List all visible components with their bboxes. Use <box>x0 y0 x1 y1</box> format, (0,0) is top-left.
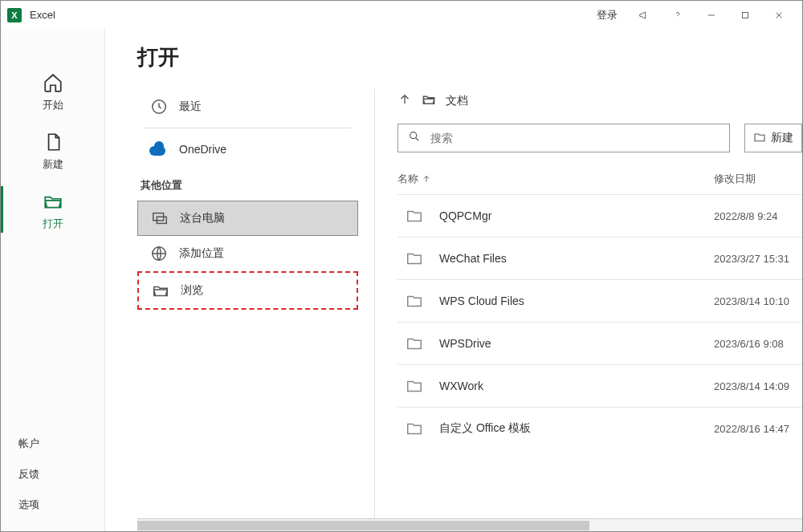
sort-asc-icon <box>422 174 431 184</box>
source-onedrive-label: OneDrive <box>179 143 226 156</box>
folder-icon <box>422 92 436 109</box>
source-onedrive[interactable]: OneDrive <box>137 132 358 167</box>
source-recent-label: 最近 <box>179 99 202 114</box>
list-item[interactable]: WPS Cloud Files 2023/8/14 10:10 <box>397 279 802 322</box>
list-header: 名称 修改日期 <box>397 167 802 194</box>
search-input[interactable] <box>430 132 719 144</box>
list-item[interactable]: WPSDrive 2023/6/16 9:08 <box>397 322 802 364</box>
app-name: Excel <box>30 9 55 21</box>
folder-icon <box>404 207 426 225</box>
nav-home-label: 开始 <box>43 98 63 112</box>
file-name: WPS Cloud Files <box>439 294 714 307</box>
horizontal-scrollbar[interactable] <box>137 518 802 531</box>
titlebar: Excel 登录 <box>1 1 802 29</box>
folder-icon <box>404 420 426 437</box>
new-folder-button[interactable]: 新建 <box>744 124 802 152</box>
minimize-button[interactable] <box>695 3 728 27</box>
folder-open-icon <box>150 282 171 299</box>
nav-options[interactable]: 选项 <box>1 489 104 520</box>
source-this-pc[interactable]: 这台电脑 <box>137 201 358 236</box>
nav-account[interactable]: 帐户 <box>1 428 104 459</box>
breadcrumb-label: 文档 <box>446 94 468 108</box>
sources-other-header: 其他位置 <box>137 167 358 201</box>
open-sources: 最近 OneDrive 其他位置 这台电脑 添加位置 <box>137 89 374 518</box>
list-item[interactable]: WeChat Files 2023/3/27 15:31 <box>397 237 802 279</box>
login-link[interactable]: 登录 <box>592 8 622 22</box>
maximize-button[interactable] <box>728 3 762 27</box>
file-date: 2022/8/16 14:47 <box>714 423 802 435</box>
source-browse-label: 浏览 <box>181 283 203 298</box>
page-title: 打开 <box>137 43 802 71</box>
folder-icon <box>404 292 426 310</box>
nav-new-label: 新建 <box>43 157 63 172</box>
this-pc-icon <box>149 209 170 227</box>
source-this-pc-label: 这台电脑 <box>180 211 225 225</box>
folder-icon <box>404 250 426 267</box>
up-arrow-icon[interactable] <box>397 92 412 109</box>
nav-open[interactable]: 打开 <box>1 180 104 239</box>
file-date: 2023/3/27 15:31 <box>714 253 802 265</box>
file-date: 2023/8/14 10:10 <box>714 295 802 307</box>
help-icon[interactable] <box>661 3 695 27</box>
scrollbar-thumb[interactable] <box>137 521 589 530</box>
file-date: 2022/8/8 9:24 <box>714 210 802 222</box>
browse-panel: 文档 新建 名称 <box>374 89 802 518</box>
nav-open-label: 打开 <box>43 217 63 231</box>
left-nav: 开始 新建 打开 帐户 反馈 选项 <box>1 29 105 531</box>
nav-home[interactable]: 开始 <box>1 61 104 120</box>
excel-app-icon <box>7 8 22 22</box>
list-item[interactable]: 自定义 Office 模板 2022/8/16 14:47 <box>397 407 802 449</box>
folder-icon <box>404 335 426 352</box>
source-recent[interactable]: 最近 <box>137 89 358 124</box>
main-panel: 打开 最近 OneDrive 其他位置 这台电脑 <box>105 29 802 531</box>
breadcrumb[interactable]: 文档 <box>397 89 802 124</box>
file-name: 自定义 Office 模板 <box>439 421 714 436</box>
file-list: QQPCMgr 2022/8/8 9:24 WeChat Files 2023/… <box>397 194 802 518</box>
file-name: WPSDrive <box>439 337 714 350</box>
add-place-icon <box>149 245 169 262</box>
nav-feedback[interactable]: 反馈 <box>1 459 104 489</box>
folder-icon <box>404 377 426 395</box>
close-button[interactable] <box>762 3 796 27</box>
list-item[interactable]: WXWork 2023/8/14 14:09 <box>397 364 802 407</box>
file-name: WeChat Files <box>439 252 714 265</box>
new-folder-icon <box>753 131 766 146</box>
file-name: WXWork <box>439 380 714 392</box>
source-add-place-label: 添加位置 <box>179 246 224 261</box>
clock-icon <box>149 98 169 116</box>
file-name: QQPCMgr <box>439 209 714 222</box>
divider <box>144 128 352 128</box>
svg-rect-0 <box>743 12 748 18</box>
source-add-place[interactable]: 添加位置 <box>137 236 358 271</box>
search-icon <box>408 130 430 146</box>
search-box[interactable] <box>397 124 730 152</box>
file-date: 2023/8/14 14:09 <box>714 380 802 392</box>
column-date[interactable]: 修改日期 <box>714 172 802 186</box>
nav-new[interactable]: 新建 <box>1 120 104 180</box>
source-browse[interactable]: 浏览 <box>137 271 358 310</box>
onedrive-icon <box>149 143 169 156</box>
megaphone-icon[interactable] <box>627 3 661 27</box>
file-date: 2023/6/16 9:08 <box>714 338 802 350</box>
new-folder-label: 新建 <box>771 131 793 145</box>
svg-point-5 <box>410 132 417 139</box>
list-item[interactable]: QQPCMgr 2022/8/8 9:24 <box>397 194 802 237</box>
column-name[interactable]: 名称 <box>397 172 714 186</box>
